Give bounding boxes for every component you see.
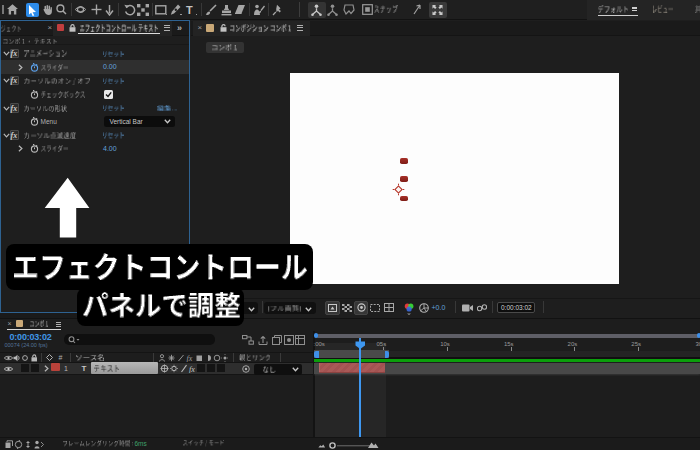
svg-text:fx: fx [187, 354, 193, 362]
svg-text:fx: fx [189, 365, 195, 374]
